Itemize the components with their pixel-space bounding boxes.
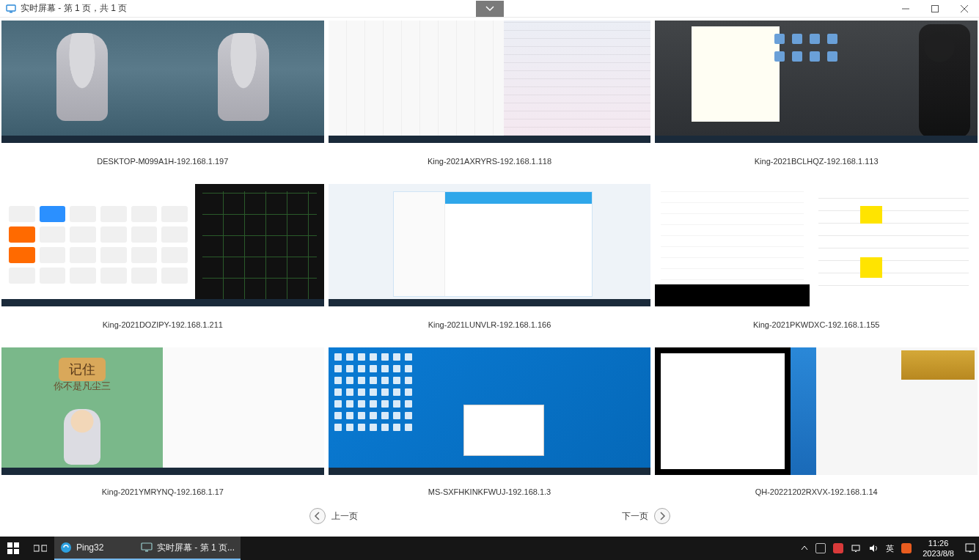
clock-date: 2023/8/8 (923, 548, 954, 559)
screen-cell-4: King-2021LUNVLR-192.168.1.166 (329, 184, 651, 343)
arrow-left-icon (309, 508, 326, 524)
tray-shield-icon[interactable] (812, 537, 829, 560)
svg-point-12 (61, 542, 71, 553)
window-titlebar: 实时屏幕 - 第 1 页，共 1 页 (0, 0, 979, 18)
close-button[interactable] (950, 0, 979, 18)
svg-rect-9 (14, 549, 19, 554)
screen-thumbnail[interactable] (1, 184, 324, 306)
screen-thumbnail[interactable] (329, 21, 651, 143)
window-controls (891, 0, 979, 18)
taskbar-app-ping32[interactable]: Ping32 (54, 537, 135, 560)
screen-cell-0: DESKTOP-M099A1H-192.168.1.197 (1, 21, 324, 180)
windows-icon (7, 542, 19, 554)
screen-thumbnail[interactable] (655, 184, 978, 306)
prev-page-button[interactable]: 上一页 (309, 508, 358, 524)
screen-cell-7: MS-SXFHKINKFWUJ-192.168.1.3 (329, 347, 651, 509)
monitor-icon (141, 542, 153, 553)
ping32-icon (60, 542, 72, 553)
svg-rect-14 (145, 550, 148, 552)
svg-rect-1 (10, 12, 12, 12)
screen-caption: DESKTOP-M099A1H-192.168.1.197 (97, 157, 228, 166)
svg-rect-10 (34, 545, 39, 551)
windows-taskbar: Ping32 实时屏幕 - 第 1 页... 英 11:26 2023/8/8 (0, 537, 979, 560)
tray-network-icon[interactable] (847, 537, 865, 560)
arrow-right-icon (654, 508, 670, 524)
screen-thumbnail[interactable]: 记住 你不是凡尘三 (1, 347, 324, 475)
taskbar-app-label: Ping32 (76, 542, 103, 553)
task-view-icon (34, 543, 47, 553)
screen-thumbnail[interactable] (329, 347, 651, 475)
screen-cell-1: King-2021AXRYRS-192.168.1.118 (329, 21, 651, 180)
chevron-up-icon (801, 545, 808, 552)
taskbar-app-realtime-screen[interactable]: 实时屏幕 - 第 1 页... (135, 537, 241, 560)
tray-app-icon[interactable] (829, 537, 847, 560)
svg-rect-7 (14, 542, 19, 548)
app-monitor-icon (6, 4, 16, 14)
tray-sound-icon[interactable] (865, 537, 882, 560)
screen-caption: King-2021DOZIPY-192.168.1.211 (103, 320, 223, 329)
screen-caption: King-2021AXRYRS-192.168.1.118 (428, 157, 551, 166)
screen-cell-8: QH-20221202RXVX-192.168.1.14 (655, 347, 978, 509)
svg-rect-16 (855, 551, 857, 552)
task-view-button[interactable] (26, 537, 54, 560)
screen-cell-2: King-2021BCLHQZ-192.168.1.113 (655, 21, 978, 180)
minimize-button[interactable] (891, 0, 920, 18)
taskbar-app-label: 实时屏幕 - 第 1 页... (157, 542, 235, 554)
screen-caption: King-2021BCLHQZ-192.168.1.113 (755, 157, 879, 166)
next-page-button[interactable]: 下一页 (622, 508, 670, 524)
svg-rect-13 (142, 543, 152, 550)
svg-rect-11 (42, 545, 47, 551)
network-icon (851, 544, 861, 553)
screen-thumbnail[interactable] (329, 184, 651, 306)
pager: 上一页 下一页 (1, 507, 978, 525)
screen-thumbnail[interactable] (1, 21, 324, 143)
screen-thumbnail[interactable] (655, 347, 978, 475)
tray-ime-indicator[interactable]: 英 (882, 537, 898, 560)
svg-rect-6 (7, 542, 12, 548)
action-center-button[interactable] (961, 537, 979, 560)
chevron-down-icon (485, 6, 494, 12)
taskbar-clock[interactable]: 11:26 2023/8/8 (915, 538, 961, 559)
prev-page-label: 上一页 (331, 510, 358, 523)
screen-caption: King-2021PKWDXC-192.168.1.155 (753, 320, 879, 329)
tray-ime-icon[interactable] (898, 537, 915, 560)
next-page-label: 下一页 (622, 510, 648, 523)
start-button[interactable] (0, 537, 26, 560)
svg-rect-8 (7, 549, 12, 554)
screen-thumbnail[interactable] (655, 21, 978, 143)
screen-caption: King-2021YMRYNQ-192.168.1.17 (102, 487, 224, 496)
titlebar-dropdown-button[interactable] (476, 1, 504, 17)
svg-rect-0 (7, 5, 15, 11)
screen-cell-3: King-2021DOZIPY-192.168.1.211 (1, 184, 324, 343)
clock-time: 11:26 (923, 538, 954, 548)
maximize-button[interactable] (920, 0, 950, 18)
tray-overflow-button[interactable] (797, 537, 812, 560)
screen-caption: MS-SXFHKINKFWUJ-192.168.1.3 (428, 487, 551, 496)
thumb-decorative-sub: 你不是凡尘三 (54, 380, 111, 393)
svg-rect-3 (932, 6, 939, 12)
system-tray: 英 11:26 2023/8/8 (797, 537, 979, 560)
screen-cell-5: King-2021PKWDXC-192.168.1.155 (655, 184, 978, 343)
window-title: 实时屏幕 - 第 1 页，共 1 页 (21, 2, 127, 15)
thumb-decorative-title: 记住 (59, 358, 106, 381)
screen-caption: King-2021LUNVLR-192.168.1.166 (428, 320, 551, 329)
speaker-icon (868, 544, 879, 553)
notification-icon (965, 543, 975, 553)
svg-rect-15 (852, 545, 859, 550)
svg-rect-17 (966, 544, 975, 551)
screen-caption: QH-20221202RXVX-192.168.1.14 (755, 487, 878, 496)
screen-cell-6: 记住 你不是凡尘三 King-2021YMRYNQ-192.168.1.17 (1, 347, 324, 509)
screen-grid: DESKTOP-M099A1H-192.168.1.197 King-2021A… (1, 21, 978, 509)
